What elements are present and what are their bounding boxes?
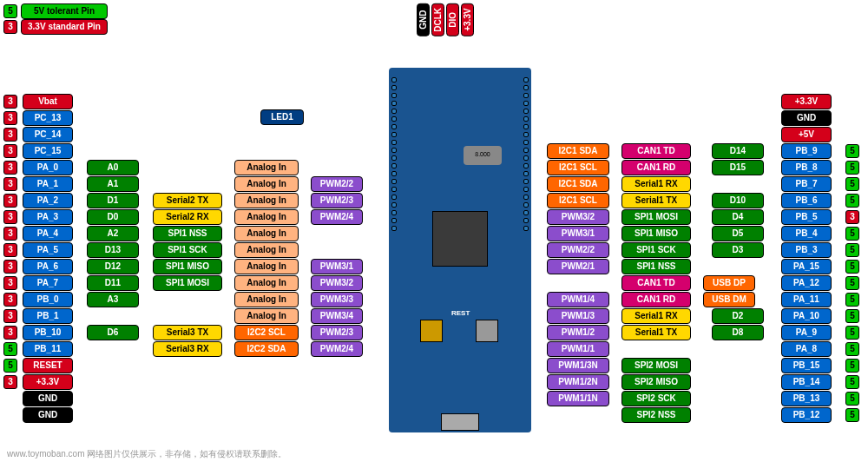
- led1-label: LED1: [260, 109, 304, 125]
- top-dio: DIO: [446, 3, 459, 36]
- crystal: 8.000: [464, 146, 502, 165]
- left-tolerance-col: 333333333333333553: [3, 94, 17, 390]
- legend-3v-num: 3: [3, 20, 17, 34]
- legend: 5 5V tolerant Pin 3 3.3V standard Pin: [3, 3, 108, 35]
- legend-5v-num: 5: [3, 4, 17, 18]
- left-pins-col: VbatPC_13PC_14PC_15PA_0PA_1PA_2PA_3PA_4P…: [23, 94, 73, 423]
- legend-5v-text: 5V tolerant Pin: [21, 3, 108, 19]
- top-gnd: GND: [417, 3, 430, 36]
- top-3v3: +3.3V: [461, 3, 474, 36]
- legend-3v-text: 3.3V standard Pin: [21, 19, 108, 35]
- rest-label: REST: [451, 309, 470, 317]
- left-serial-col: Serial2 TXSerial2 RXSPI1 NSSSPI1 SCKSPI1…: [153, 193, 222, 357]
- button-1: [420, 320, 443, 342]
- left-pwm-col: PWM2/2PWM2/3PWM2/4 PWM3/1PWM3/2PWM3/3PWM…: [311, 160, 363, 357]
- button-2: [476, 320, 498, 342]
- right-comm-col: CAN1 TDCAN1 RDSerial1 RXSerial1 TXSPI1 M…: [621, 94, 691, 423]
- usb-port: [441, 413, 479, 431]
- right-tolerance-col: 55553555555555555: [845, 94, 859, 423]
- top-dclk: DCLK: [431, 3, 444, 36]
- right-pins-col: +3.3VGND+5VPB_9PB_8PB_7PB_6PB_5PB_4PB_3P…: [781, 94, 832, 423]
- mcu-chip: [432, 211, 488, 267]
- right-pwm-col: I2C1 SDAI2C1 SCLI2C1 SDAI2C1 SCLPWM3/2PW…: [547, 94, 609, 423]
- left-analog-col: Analog InAnalog InAnalog InAnalog InAnal…: [234, 160, 299, 357]
- footer-text: www.toymoban.com 网络图片仅供展示，非存储，如有侵权请联系删除。: [7, 448, 286, 460]
- right-ard-col: D14D15 D10D4D5D3 D2D8: [712, 94, 764, 423]
- mcu-board: 8.000 REST: [389, 68, 531, 432]
- top-connector: GND DCLK DIO +3.3V: [417, 3, 474, 36]
- left-arduino-col: A0A1D1D0A2D13D12D11A3 D6: [87, 160, 139, 357]
